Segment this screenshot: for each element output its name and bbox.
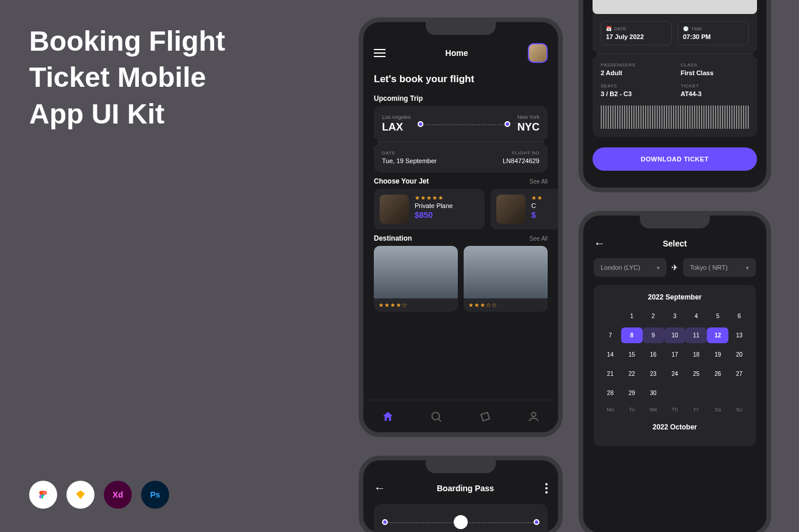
ticket-label: TICKET	[681, 83, 749, 89]
jet-name: C	[531, 202, 543, 209]
trip-card[interactable]: Los AngelesLAX New YorkNYC DATETue, 19 S…	[374, 106, 548, 172]
from-city: Los Angeles	[382, 114, 411, 120]
jets-label: Choose Your Jet	[374, 177, 429, 185]
calendar-day[interactable]: 24	[664, 366, 686, 382]
see-all-dest[interactable]: See All	[530, 235, 548, 242]
calendar-day[interactable]: 17	[664, 347, 686, 362]
page-heading: Let's book your flight	[363, 69, 558, 90]
tool-icons: Xd Ps	[29, 481, 169, 509]
calendar-day[interactable]: 21	[600, 366, 621, 382]
calendar-day	[600, 308, 621, 324]
jet-image	[380, 195, 409, 224]
jet-name: Private Plane	[415, 202, 453, 209]
chevron-down-icon: ▾	[657, 265, 660, 271]
calendar-day[interactable]: 11	[685, 327, 707, 343]
figma-icon	[29, 481, 57, 509]
dow-label: Mo	[600, 401, 621, 415]
calendar-day[interactable]: 18	[685, 347, 707, 362]
calendar-day[interactable]: 4	[685, 308, 707, 324]
svg-point-2	[532, 412, 536, 416]
ps-icon: Ps	[141, 481, 169, 509]
dow-label: Su	[728, 401, 750, 415]
date-label: DATE	[382, 150, 437, 156]
download-button[interactable]: DOWNLOAD TICKET	[593, 147, 757, 171]
chevron-down-icon: ▾	[746, 265, 749, 271]
svg-point-1	[432, 412, 440, 420]
nav-home-icon[interactable]	[381, 410, 395, 424]
to-code: NYC	[517, 121, 539, 133]
plane-icon: ✈	[454, 515, 468, 529]
ticket-card: 📅DATE17 July 2022 🕐TIME07:30 PM PASSENGE…	[593, 0, 757, 137]
calendar-day[interactable]: 7	[600, 327, 621, 343]
calendar-day[interactable]: 19	[707, 347, 728, 362]
calendar-day[interactable]: 29	[621, 385, 643, 401]
clock-icon: 🕐	[683, 26, 689, 31]
back-icon[interactable]: ←	[374, 481, 386, 495]
from-select[interactable]: London (LYC)▾	[594, 258, 667, 277]
phone-home: Home Let's book your flight Upcoming Tri…	[359, 17, 563, 437]
nav-profile-icon[interactable]	[527, 410, 541, 424]
jet-card[interactable]: ★★C$	[490, 189, 558, 230]
calendar-day[interactable]: 15	[621, 347, 643, 362]
dest-image	[374, 246, 458, 298]
calendar-day	[664, 385, 686, 401]
calendar-day[interactable]: 12	[707, 327, 728, 343]
dest-card[interactable]: ★★★★☆	[374, 246, 458, 312]
calendar-day[interactable]: 14	[600, 347, 621, 362]
back-icon[interactable]: ←	[594, 237, 605, 250]
jet-price: $	[531, 210, 543, 220]
calendar-day[interactable]: 1	[621, 308, 643, 324]
avatar[interactable]	[528, 43, 548, 63]
see-all-jets[interactable]: See All	[530, 178, 548, 185]
boarding-card: ✈ 1hr 30min	[374, 504, 548, 532]
month-label: 2022 September	[600, 293, 750, 301]
dow-label: Tu	[621, 401, 643, 415]
nav-search-icon[interactable]	[429, 410, 443, 424]
calendar-day[interactable]: 13	[728, 327, 750, 343]
calendar-day[interactable]: 28	[600, 385, 621, 401]
more-icon[interactable]	[545, 483, 548, 494]
calendar-day[interactable]: 16	[643, 347, 664, 362]
route-line: ✈	[382, 513, 539, 531]
screen-title: Home	[446, 48, 468, 58]
star-icons: ★★★★☆	[374, 298, 458, 312]
screen-title: Select	[663, 239, 686, 248]
calendar-day[interactable]: 3	[664, 308, 686, 324]
sketch-icon	[66, 481, 94, 509]
jet-price: $850	[415, 210, 453, 220]
calendar-day	[685, 385, 707, 401]
ticket-date: 17 July 2022	[606, 33, 667, 40]
calendar-day[interactable]: 6	[728, 308, 750, 324]
screen-title: Boarding Pass	[437, 484, 494, 493]
calendar-day[interactable]: 30	[643, 385, 664, 401]
nav-ticket-icon[interactable]	[478, 410, 492, 424]
plane-icon: ✈	[671, 263, 678, 272]
menu-icon[interactable]	[374, 49, 386, 57]
trip-date: Tue, 19 September	[382, 157, 437, 164]
calendar-day[interactable]: 26	[707, 366, 728, 382]
dow-label: We	[643, 401, 664, 415]
calendar-day[interactable]: 8	[621, 327, 643, 343]
calendar-day[interactable]: 23	[643, 366, 664, 382]
upcoming-label: Upcoming Trip	[374, 94, 423, 103]
calendar-day[interactable]: 2	[643, 308, 664, 324]
calendar-day[interactable]: 9	[643, 327, 664, 343]
seats-val: 3 / B2 - C3	[601, 90, 669, 97]
map-preview	[593, 0, 757, 14]
barcode	[601, 105, 749, 129]
jet-card[interactable]: ★★★★★Private Plane$850	[374, 189, 485, 230]
calendar-day[interactable]: 10	[664, 327, 686, 343]
dest-card[interactable]: ★★★☆☆	[464, 246, 548, 312]
from-code: LAX	[382, 121, 411, 133]
to-select[interactable]: Tokyo ( NRT)▾	[683, 258, 756, 277]
calendar-day[interactable]: 5	[707, 308, 728, 324]
dow-label: Fr	[685, 401, 707, 415]
calendar-day	[707, 385, 728, 401]
calendar-day[interactable]: 27	[728, 366, 750, 382]
calendar-day[interactable]: 20	[728, 347, 750, 362]
calendar-day[interactable]: 22	[621, 366, 643, 382]
calendar-day[interactable]: 25	[685, 366, 707, 382]
star-icons: ★★★★★	[415, 195, 453, 201]
ticket-time: 07:30 PM	[683, 33, 744, 40]
calendar-icon: 📅	[606, 26, 612, 31]
